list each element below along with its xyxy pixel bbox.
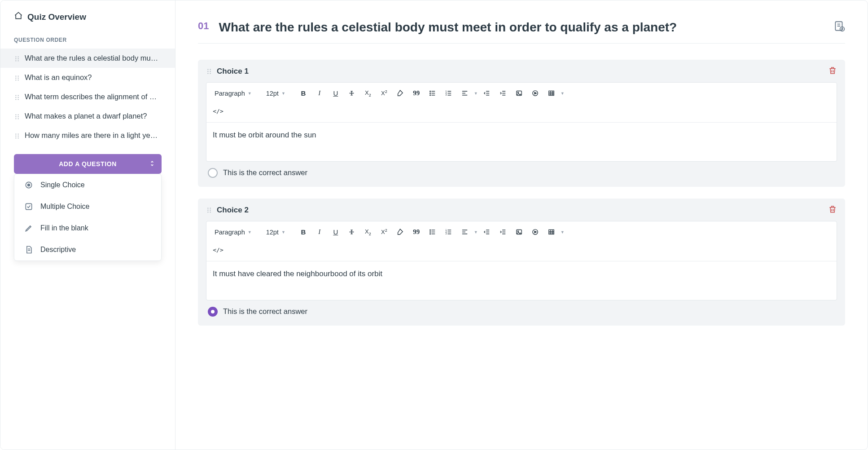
svg-point-38 (210, 71, 210, 71)
svg-point-26 (15, 135, 16, 136)
choice-text-input[interactable]: It must be orbit around the sun (206, 123, 837, 161)
svg-point-14 (15, 97, 16, 97)
underline-button[interactable]: U (329, 86, 343, 101)
align-button[interactable] (458, 225, 472, 239)
table-button[interactable] (544, 86, 559, 101)
subscript-button[interactable]: X2 (361, 86, 375, 101)
image-button[interactable] (512, 225, 526, 239)
svg-point-3 (18, 58, 18, 59)
add-to-bank-button[interactable] (833, 20, 845, 34)
dropdown-item-descriptive[interactable]: Descriptive (14, 239, 161, 260)
question-item[interactable]: What term describes the alignment of … (0, 87, 175, 106)
strikethrough-button[interactable] (345, 225, 359, 239)
svg-point-15 (18, 97, 18, 97)
dropdown-item-label: Descriptive (40, 246, 76, 254)
italic-button[interactable]: I (312, 225, 327, 239)
outdent-button[interactable] (480, 225, 494, 239)
bullet-list-button[interactable] (425, 225, 440, 239)
svg-point-54 (210, 209, 210, 210)
drag-handle-icon[interactable] (206, 68, 212, 75)
svg-point-18 (15, 114, 16, 115)
html-view-button[interactable]: </> (211, 104, 225, 119)
add-question-button[interactable]: ADD A QUESTION (14, 154, 162, 174)
chevron-down-icon: ▼ (248, 230, 252, 234)
block-type-select[interactable]: Paragraph▼ (211, 88, 255, 99)
italic-button[interactable]: I (312, 86, 327, 101)
question-type-dropdown: Single Choice Multiple Choice Fill in th… (14, 174, 162, 261)
bullet-list-button[interactable] (425, 86, 440, 101)
question-item-label: What is an equinox? (25, 73, 92, 82)
drag-handle-icon[interactable] (14, 113, 20, 119)
delete-choice-button[interactable] (828, 205, 837, 216)
underline-button[interactable]: U (329, 225, 343, 239)
block-type-select[interactable]: Paragraph▼ (211, 227, 255, 238)
bold-button[interactable]: B (296, 86, 311, 101)
question-list: What are the rules a celestial body mu… … (0, 49, 175, 145)
drag-handle-icon[interactable] (14, 75, 20, 81)
editor-toolbar: Paragraph▼ 12pt▼ B I U X2 X2 99 123 ▼ (206, 221, 837, 261)
question-item[interactable]: What is an equinox? (0, 68, 175, 87)
dropdown-item-multiple-choice[interactable]: Multiple Choice (14, 196, 161, 217)
svg-point-57 (430, 229, 431, 230)
superscript-button[interactable]: X2 (377, 86, 391, 101)
svg-point-17 (18, 99, 18, 100)
chevron-down-icon: ▼ (281, 91, 285, 96)
svg-point-6 (15, 75, 16, 76)
drag-handle-icon[interactable] (14, 132, 20, 139)
svg-rect-32 (26, 203, 31, 209)
correct-answer-toggle[interactable]: This is the correct answer (206, 162, 837, 179)
drag-handle-icon[interactable] (206, 207, 212, 213)
svg-point-7 (18, 75, 18, 76)
subscript-button[interactable]: X2 (361, 225, 375, 239)
ordered-list-button[interactable]: 123 (442, 86, 456, 101)
svg-point-16 (15, 99, 16, 100)
question-item[interactable]: What makes a planet a dwarf planet? (0, 106, 175, 126)
blockquote-button[interactable]: 99 (409, 225, 424, 239)
bold-button[interactable]: B (296, 225, 311, 239)
outdent-button[interactable] (480, 86, 494, 101)
svg-point-52 (210, 207, 210, 208)
strikethrough-button[interactable] (345, 86, 359, 101)
indent-button[interactable] (496, 86, 510, 101)
home-icon (14, 11, 23, 22)
choice-block: Choice 1 Paragraph▼ 12pt▼ B I U X2 X2 (198, 60, 845, 187)
clear-format-button[interactable] (393, 86, 408, 101)
superscript-button[interactable]: X2 (377, 225, 391, 239)
dropdown-item-fill-blank[interactable]: Fill in the blank (14, 217, 161, 239)
question-item-label: What are the rules a celestial body mu… (25, 54, 158, 62)
question-item[interactable]: How many miles are there in a light ye… (0, 126, 175, 145)
clear-format-button[interactable] (393, 225, 408, 239)
chevron-down-icon: ▼ (561, 91, 565, 96)
media-button[interactable] (528, 86, 543, 101)
pencil-icon (24, 224, 33, 233)
image-button[interactable] (512, 86, 526, 101)
svg-point-2 (15, 58, 16, 59)
svg-point-37 (207, 71, 208, 71)
document-icon (24, 245, 33, 254)
quiz-overview-title: Quiz Overview (27, 12, 86, 22)
drag-handle-icon[interactable] (14, 94, 20, 100)
table-button[interactable] (544, 225, 559, 239)
chevron-down-icon: ▼ (474, 91, 478, 96)
font-size-select[interactable]: 12pt▼ (263, 88, 289, 99)
html-view-button[interactable]: </> (211, 243, 225, 257)
question-title: What are the rules a celestial body must… (219, 18, 824, 37)
dropdown-item-single-choice[interactable]: Single Choice (14, 174, 161, 196)
svg-point-51 (207, 207, 208, 208)
drag-handle-icon[interactable] (14, 55, 20, 62)
svg-point-23 (18, 118, 18, 119)
svg-point-58 (430, 232, 431, 233)
choice-text-input[interactable]: It must have cleared the neighbourbood o… (206, 261, 837, 300)
question-item[interactable]: What are the rules a celestial body mu… (0, 49, 175, 68)
svg-point-4 (15, 60, 16, 61)
delete-choice-button[interactable] (828, 66, 837, 77)
quiz-overview-header[interactable]: Quiz Overview (0, 0, 175, 31)
align-button[interactable] (458, 86, 472, 101)
indent-button[interactable] (496, 225, 510, 239)
correct-answer-toggle[interactable]: This is the correct answer (206, 300, 837, 318)
ordered-list-button[interactable]: 123 (442, 225, 456, 239)
blockquote-button[interactable]: 99 (409, 86, 424, 101)
media-button[interactable] (528, 225, 543, 239)
font-size-select[interactable]: 12pt▼ (263, 227, 289, 238)
svg-point-59 (430, 234, 431, 234)
